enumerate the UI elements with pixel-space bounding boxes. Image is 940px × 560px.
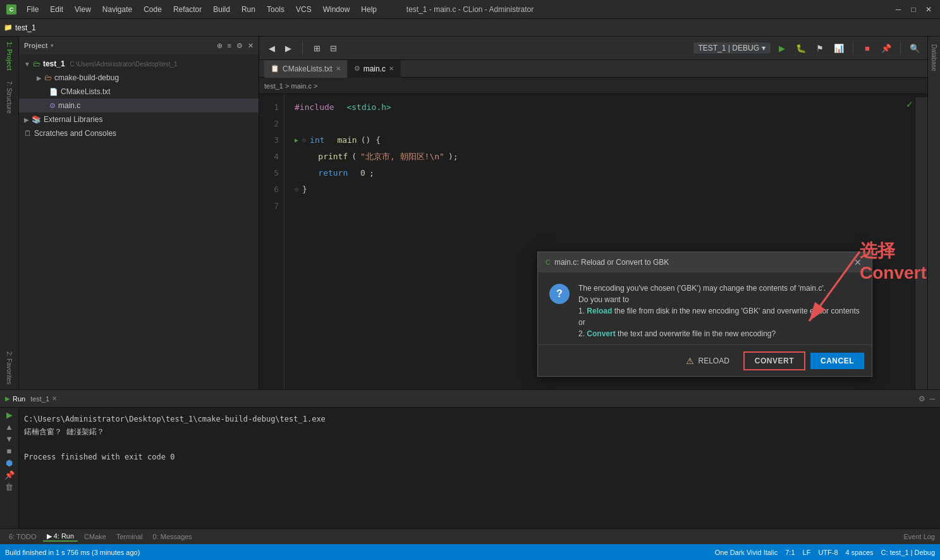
panel-tab-structure[interactable]: 7: Structure	[4, 76, 14, 119]
sync-icon[interactable]: ⊕	[217, 42, 223, 50]
panel-tab-project[interactable]: 1: Project	[4, 37, 14, 76]
tree-item-cmake-debug[interactable]: ▶ 🗁 cmake-build-debug	[19, 71, 259, 85]
convert-label: CONVERT	[755, 356, 794, 365]
tree-arrow-icon: ▼	[24, 61, 30, 68]
menu-refactor[interactable]: Refactor	[168, 4, 207, 15]
pin-icon-strip[interactable]: 📌	[4, 470, 15, 480]
tree-item-cmakelists[interactable]: 📄 CMakeLists.txt	[19, 85, 259, 99]
tab-run[interactable]: ▶ 4: Run	[43, 532, 78, 542]
tab-terminal[interactable]: Terminal	[113, 533, 147, 540]
menu-help[interactable]: Help	[356, 4, 382, 15]
menu-code[interactable]: Code	[138, 4, 167, 15]
minimize-button[interactable]: ─	[893, 4, 903, 15]
tree-label-extlibs: External Libraries	[44, 115, 102, 124]
scratches-icon: 🗒	[24, 129, 32, 138]
build-status: Build finished in 1 s 756 ms (3 minutes …	[5, 549, 140, 556]
run-icon-strip[interactable]: ▶	[6, 410, 13, 420]
menu-window[interactable]: Window	[318, 4, 355, 15]
database-tab[interactable]: Database	[929, 39, 939, 76]
run-garbled: 鍩楠含窗？ 鏈湴架鍩？	[24, 425, 935, 438]
debug-icon-strip[interactable]: ⬢	[6, 458, 13, 468]
scroll-up-icon[interactable]: ▲	[5, 422, 13, 432]
run-tab-config: test_1	[30, 395, 49, 403]
convert-link[interactable]: Convert	[587, 329, 615, 338]
line-col[interactable]: 7:1	[785, 549, 795, 556]
tab-messages[interactable]: 0: Messages	[149, 533, 196, 540]
tree-item-test1[interactable]: ▼ 🗁 test_1 C:\Users\Administrator\Deskto…	[19, 57, 259, 71]
app-window: C File Edit View Navigate Code Refactor …	[0, 0, 940, 560]
settings-button[interactable]: ⚙	[919, 394, 925, 403]
event-log-link[interactable]: Event Log	[903, 533, 935, 540]
cancel-label: CANCEL	[821, 356, 854, 365]
cancel-button[interactable]: CANCEL	[810, 353, 864, 369]
menu-file[interactable]: File	[21, 4, 44, 15]
bottom-content: C:\Users\Administrator\Desktop\test_1\cm…	[19, 408, 940, 528]
sidebar-header: Project ▾ ⊕ ≡ ⚙ ✕	[19, 37, 259, 54]
tree-label-test1: test_1	[43, 59, 65, 68]
close-sidebar-icon[interactable]: ✕	[248, 42, 253, 50]
encoding-name[interactable]: One Dark Vivid Italic	[715, 549, 778, 556]
project-tab-label[interactable]: test_1	[15, 23, 36, 32]
annotation-text: 选择Convert	[860, 239, 927, 283]
reload-link[interactable]: Reload	[587, 307, 612, 315]
bottom-tabs-bar: 6: TODO ▶ 4: Run CMake Terminal 0: Messa…	[0, 528, 940, 544]
charset[interactable]: UTF-8	[818, 549, 838, 556]
menu-tools[interactable]: Tools	[262, 4, 290, 15]
menu-run[interactable]: Run	[236, 4, 260, 15]
annotation-area: 选择Convert	[778, 239, 904, 355]
menu-edit[interactable]: Edit	[45, 4, 68, 15]
line-ending[interactable]: LF	[803, 549, 811, 556]
tab-todo[interactable]: 6: TODO	[5, 533, 40, 540]
question-icon: ?	[549, 284, 570, 304]
bottom-panel-header: ▶ Run test_1 ✕ ⚙ ─	[0, 390, 940, 408]
editor-column: ◀ ▶ ⊞ ⊟ TEST_1 | DEBUG ▾ ▶ 🐛 ⚑ 📊 ■	[259, 37, 927, 389]
scroll-down-icon[interactable]: ▼	[5, 434, 13, 444]
tree-arrow-cmake: ▶	[37, 75, 42, 82]
reload-button[interactable]: ⚠ RELOAD	[677, 352, 738, 370]
bottom-run-tab: ▶ Run test_1 ✕	[5, 395, 57, 403]
trash-icon-strip[interactable]: 🗑	[5, 482, 13, 492]
tree-arrow-extlibs: ▶	[24, 116, 29, 123]
collapse-icon[interactable]: ≡	[228, 42, 231, 50]
bottom-panel-controls: ⚙ ─	[919, 394, 935, 403]
tree-label-mainc: main.c	[58, 101, 80, 110]
maximize-button[interactable]: □	[908, 4, 919, 15]
left-panel-tabs: 1: Project 7: Structure 2: Favorites	[0, 37, 19, 389]
reload-label: RELOAD	[698, 356, 729, 365]
stop-icon-strip[interactable]: ■	[7, 446, 12, 456]
title-bar-left: C File Edit View Navigate Code Refactor …	[6, 4, 382, 15]
run-tab-label[interactable]: Run	[13, 395, 25, 403]
minimize-panel-button[interactable]: ─	[929, 394, 935, 403]
menu-navigate[interactable]: Navigate	[97, 4, 137, 15]
run-tab-close[interactable]: ✕	[52, 395, 57, 402]
window-title: test_1 - main.c - CLion - Administrator	[406, 5, 534, 14]
status-left: Build finished in 1 s 756 ms (3 minutes …	[5, 549, 140, 556]
window-controls: ─ □ ✕	[893, 4, 934, 15]
run-process: Process finished with exit code 0	[24, 451, 935, 463]
settings-icon[interactable]: ⚙	[236, 42, 243, 50]
tree-item-extlibs[interactable]: ▶ 📚 External Libraries	[19, 113, 259, 126]
menu-build[interactable]: Build	[208, 4, 235, 15]
sidebar: Project ▾ ⊕ ≡ ⚙ ✕ ▼ 🗁 test_1 C:\Users\Ad…	[19, 37, 259, 389]
cmake-folder-icon: 🗁	[44, 73, 52, 82]
sidebar-tree: ▼ 🗁 test_1 C:\Users\Administrator\Deskto…	[19, 54, 259, 389]
menu-bar: File Edit View Navigate Code Refactor Bu…	[21, 4, 382, 15]
indent[interactable]: 4 spaces	[846, 549, 874, 556]
close-button[interactable]: ✕	[924, 4, 934, 15]
panel-tab-favorites[interactable]: 2: Favorites	[4, 346, 14, 389]
dialog-overlay: C main.c: Reload or Convert to GBK ✕ ? T…	[259, 37, 927, 389]
folder-icon: 🗁	[33, 59, 40, 68]
dialog-title-icon: C	[546, 259, 551, 266]
tree-item-mainc[interactable]: ⚙ main.c	[19, 99, 259, 113]
tab-cmake[interactable]: CMake	[80, 533, 110, 540]
tree-item-scratches[interactable]: 🗒 Scratches and Consoles	[19, 126, 259, 140]
sidebar-header-left: Project ▾	[24, 42, 54, 49]
bottom-panel: ▶ Run test_1 ✕ ⚙ ─ ▶ ▲ ▼ ■ ⬢ 📌 🗑 C:\User…	[0, 389, 940, 528]
warn-icon: ⚠	[686, 356, 694, 366]
tree-path-test1: C:\Users\Administrator\Desktop\test_1	[70, 61, 178, 68]
tree-label-cmakelists: CMakeLists.txt	[61, 87, 111, 96]
right-panel-tabs: Database	[927, 37, 940, 389]
menu-view[interactable]: View	[70, 4, 96, 15]
menu-vcs[interactable]: VCS	[291, 4, 317, 15]
svg-line-1	[809, 252, 860, 321]
